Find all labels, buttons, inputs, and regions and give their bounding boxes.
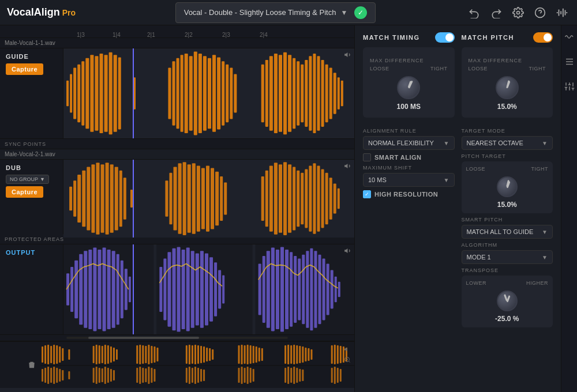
dub-capture-button[interactable]: Capture	[6, 186, 43, 198]
timing-knob-section: MAX DIFFERENCE LOOSE TIGHT 100 MS	[363, 47, 455, 118]
output-speaker-button[interactable]	[344, 247, 352, 257]
output-track-row: OUTPUT	[0, 244, 354, 334]
svg-rect-231	[107, 368, 109, 383]
match-timing-section: MATCH TIMING MAX DIFFERENCE LOOSE TIGHT …	[363, 32, 455, 118]
alignment-section: ALIGNMENT RULE NORMAL FLEXIBILITY ▼ SMAR…	[363, 125, 455, 327]
timing-max-diff-label: MAX DIFFERENCE	[370, 58, 448, 63]
svg-rect-221	[53, 367, 55, 384]
bars-icon-button[interactable]	[563, 55, 576, 70]
svg-rect-6	[77, 65, 80, 122]
pitch-target-knob[interactable]	[497, 176, 518, 197]
svg-rect-209	[308, 348, 309, 361]
svg-rect-10	[95, 56, 98, 130]
svg-rect-248	[238, 368, 240, 383]
svg-rect-137	[267, 251, 270, 328]
svg-rect-54	[69, 187, 72, 211]
undo-button[interactable]	[466, 5, 482, 21]
svg-rect-242	[189, 367, 190, 384]
svg-rect-152	[331, 270, 334, 309]
svg-rect-36	[274, 54, 278, 133]
transpose-higher-label: HIGHER	[526, 280, 548, 286]
pitch-knob[interactable]	[496, 76, 519, 99]
dub-filename: Male-Vocal-2-1.wav	[2, 150, 58, 159]
group-button[interactable]: NO GROUP ▼	[6, 175, 49, 184]
algorithm-dropdown[interactable]: MODE 1 ▼	[462, 250, 553, 264]
svg-rect-56	[77, 175, 81, 223]
svg-rect-121	[163, 259, 166, 321]
transpose-knob[interactable]	[497, 291, 518, 311]
help-button[interactable]	[532, 5, 548, 21]
dub-label-text: DUB	[6, 164, 21, 171]
guide-waveform-area[interactable]	[63, 48, 354, 138]
svg-rect-79	[215, 172, 219, 225]
svg-rect-154	[338, 282, 340, 297]
svg-rect-225	[68, 371, 70, 379]
svg-rect-71	[178, 163, 182, 234]
svg-rect-48	[325, 65, 328, 122]
svg-rect-88	[288, 164, 291, 232]
match-pitch-section: MATCH PITCH MAX DIFFERENCE LOOSE TIGHT 1…	[462, 32, 553, 118]
match-pitch-toggle[interactable]	[533, 32, 553, 43]
dub-speaker-button[interactable]	[344, 162, 352, 172]
svg-rect-160	[53, 345, 55, 364]
svg-rect-130	[205, 254, 208, 326]
preset-chevron-icon: ▼	[340, 9, 347, 17]
svg-rect-27	[212, 55, 216, 132]
svg-rect-44	[309, 56, 312, 130]
output-waveform-area[interactable]	[63, 244, 354, 334]
svg-rect-238	[148, 367, 149, 384]
high-res-checkbox[interactable]: ✓	[363, 190, 371, 198]
match-timing-toggle[interactable]	[435, 32, 455, 43]
svg-rect-254	[284, 368, 286, 383]
smart-pitch-dropdown[interactable]: MATCH ALL TO GUIDE ▼	[462, 225, 553, 239]
wave-icon-button[interactable]	[563, 30, 576, 46]
h-scrollbar[interactable]	[0, 335, 354, 341]
algorithm-label: ALGORITHM	[462, 242, 553, 248]
svg-rect-86	[279, 164, 282, 232]
timing-knob[interactable]	[397, 76, 420, 99]
svg-rect-128	[196, 254, 199, 326]
svg-rect-17	[168, 67, 171, 119]
svg-rect-198	[256, 346, 257, 363]
guide-speaker-button[interactable]	[344, 51, 352, 61]
alignment-chevron-icon: ▼	[444, 140, 449, 146]
svg-rect-82	[261, 176, 264, 221]
group-chevron-icon: ▼	[40, 176, 45, 182]
delete-button[interactable]	[23, 360, 40, 370]
svg-rect-199	[258, 348, 260, 361]
svg-rect-39	[288, 55, 291, 132]
svg-rect-32	[234, 74, 237, 113]
svg-rect-58	[87, 167, 90, 230]
svg-rect-144	[298, 259, 301, 321]
svg-rect-117	[121, 261, 123, 318]
waveform-view-button[interactable]	[554, 5, 570, 21]
svg-rect-61	[101, 164, 104, 232]
svg-rect-76	[201, 168, 205, 229]
smart-align-checkbox[interactable]	[363, 153, 371, 161]
svg-rect-5	[73, 67, 76, 119]
svg-rect-241	[186, 368, 188, 383]
redo-button[interactable]	[488, 5, 504, 21]
mini-zoom-button[interactable]	[344, 356, 351, 364]
settings-button[interactable]	[510, 5, 526, 21]
sliders-icon-button[interactable]	[563, 80, 576, 95]
svg-rect-37	[279, 55, 282, 132]
target-mode-dropdown[interactable]: NEAREST OCTAVE ▼	[462, 136, 553, 150]
svg-rect-15	[118, 58, 121, 130]
target-mode-chevron-icon: ▼	[542, 140, 548, 146]
timing-tight-label: TIGHT	[430, 66, 448, 71]
logo-text: VocalAlign	[7, 6, 60, 18]
svg-rect-66	[123, 178, 126, 220]
dub-waveform-area[interactable]	[63, 160, 354, 238]
svg-rect-62	[106, 163, 109, 235]
mini-speaker-button[interactable]	[344, 346, 351, 354]
svg-rect-93	[309, 165, 312, 231]
alignment-rule-dropdown[interactable]: NORMAL FLEXIBILITY ▼	[363, 136, 455, 150]
guide-capture-button[interactable]: Capture	[6, 63, 43, 75]
max-shift-dropdown[interactable]: 10 MS ▼	[363, 173, 455, 187]
svg-rect-187	[200, 346, 202, 363]
svg-rect-197	[253, 346, 254, 363]
svg-rect-201	[284, 345, 286, 364]
svg-rect-189	[206, 348, 208, 361]
preset-dropdown[interactable]: Vocal - Double - Slightly Loose Timing &…	[175, 2, 376, 23]
